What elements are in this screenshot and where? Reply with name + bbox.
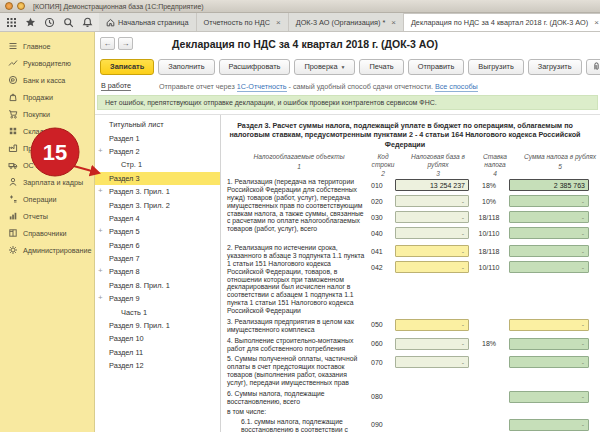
tax-amount-field[interactable]: - xyxy=(509,338,589,350)
tax-base-field[interactable]: - xyxy=(395,338,469,350)
tax-base-field[interactable]: - xyxy=(395,356,469,368)
sidebar-item-truck[interactable]: ОС и НМА xyxy=(0,157,94,174)
sidebar-item-operations[interactable]: Операции xyxy=(0,191,94,208)
sidebar-item-gear[interactable]: Администрирование xyxy=(0,242,94,259)
status-state-link[interactable]: В работе xyxy=(101,81,131,91)
section-item[interactable]: Раздел 11 xyxy=(95,346,220,359)
tab-3[interactable]: ДОК-3 АО (Организация) *× xyxy=(289,13,404,31)
tax-amount: - xyxy=(509,356,589,368)
row-code: 042 xyxy=(371,264,395,271)
tax-amount-field[interactable]: - xyxy=(509,211,589,223)
sidebar-item-label: Главное xyxy=(23,42,50,51)
tax-amount-field[interactable]: - xyxy=(509,195,589,207)
tax-base-field[interactable]: - xyxy=(395,261,469,273)
section-item[interactable]: Раздел 8. Прил. 1 xyxy=(95,279,220,292)
tax-amount-field[interactable]: - xyxy=(509,356,589,368)
sidebar-item-menu[interactable]: Главное xyxy=(0,38,94,55)
tax-base-field[interactable]: - xyxy=(395,245,469,257)
search-icon[interactable] xyxy=(62,16,74,28)
tab-close-icon[interactable]: × xyxy=(594,18,599,27)
tax-base-field[interactable]: - xyxy=(395,319,469,331)
attachment-button[interactable] xyxy=(586,59,600,75)
toolbar-button-расшифровать[interactable]: Расшифровать xyxy=(219,59,291,75)
tax-amount-field[interactable]: - xyxy=(509,227,589,239)
tab-1[interactable]: Начальная страница xyxy=(99,13,197,31)
section-item-label: Раздел 8. Прил. 1 xyxy=(109,281,170,290)
section-item[interactable]: Раздел 1 xyxy=(95,131,220,144)
sidebar-item-label: Продажи xyxy=(23,93,53,102)
expand-icon[interactable]: + xyxy=(98,266,103,275)
toolbar-button-label: Печать xyxy=(369,62,393,71)
cart-icon xyxy=(8,109,18,121)
tax-base-field[interactable]: - xyxy=(395,227,469,239)
link-all-methods[interactable]: Все способы xyxy=(435,82,478,92)
toolbar-button-печать[interactable]: Печать xyxy=(359,59,403,75)
back-button[interactable]: ← xyxy=(100,37,115,50)
toolbar-button-заполнить[interactable]: Заполнить xyxy=(158,59,214,75)
tax-amount-field[interactable]: - xyxy=(509,419,589,431)
tax-amount-field[interactable]: - xyxy=(509,319,589,331)
history-clock-icon[interactable] xyxy=(43,16,55,28)
section-item[interactable]: Раздел 6 xyxy=(95,239,220,252)
tab-4[interactable]: Декларация по НДС за 4 квартал 2018 г. (… xyxy=(404,13,600,31)
sections-panel: Титульный листРаздел 1+Раздел 2Стр. 1Раз… xyxy=(95,115,221,432)
section-item-label: Раздел 5 xyxy=(109,227,140,236)
toolbar-button-загрузить[interactable]: Загрузить xyxy=(528,59,582,75)
tax-base-field[interactable]: 13 254 237 xyxy=(395,179,469,191)
sidebar-item-person[interactable]: Зарплата и кадры xyxy=(0,174,94,191)
tax-base-field[interactable]: - xyxy=(395,195,469,207)
window-settings-icon[interactable] xyxy=(17,2,25,10)
tab-2[interactable]: Отчетность по НДС× xyxy=(197,13,289,31)
sidebar-item-bank[interactable]: Банк и касса xyxy=(0,72,94,89)
section-item[interactable]: Раздел 9. Прил. 1 xyxy=(95,319,220,332)
notifications-bell-icon[interactable] xyxy=(81,16,93,28)
section-item[interactable]: +Раздел 2 xyxy=(95,145,220,158)
save-button[interactable]: Записать xyxy=(100,59,154,75)
section-item[interactable]: Раздел 3. Прил. 2 xyxy=(95,198,220,211)
section-item[interactable]: Часть 1 xyxy=(95,305,220,318)
sidebar-item-book[interactable]: Справочники xyxy=(0,225,94,242)
status-row: В работе Отправьте отчет через 1С-Отчетн… xyxy=(95,78,600,94)
section-item[interactable]: +Раздел 3. Прил. 1 xyxy=(95,185,220,198)
tax-amount-field[interactable]: 2 385 763 xyxy=(509,179,589,191)
expand-icon[interactable]: + xyxy=(98,293,103,302)
section-item[interactable]: Титульный лист xyxy=(95,118,220,131)
section-item[interactable]: Раздел 7 xyxy=(95,252,220,265)
tax-amount-field[interactable]: - xyxy=(509,245,589,257)
sidebar-item-sales[interactable]: Продажи xyxy=(0,89,94,106)
column-header-label: Налоговая база в рублях xyxy=(403,153,473,168)
tax-amount-field[interactable]: - xyxy=(509,261,589,273)
tax-base: - xyxy=(395,356,469,368)
sidebar-item-reports[interactable]: Отчеты xyxy=(0,208,94,225)
expand-icon[interactable]: + xyxy=(98,226,103,235)
toolbar-button-выгрузить[interactable]: Выгрузить xyxy=(468,59,523,75)
tax-base-field[interactable]: - xyxy=(395,211,469,223)
window-menu-icon[interactable] xyxy=(5,2,13,10)
section-item[interactable]: Раздел 3 xyxy=(95,172,220,185)
sidebar-item-production[interactable]: Производство xyxy=(0,140,94,157)
toolbar-button-отправить[interactable]: Отправить xyxy=(408,59,465,75)
row-code: 050 xyxy=(371,321,395,328)
favorites-star-icon[interactable] xyxy=(24,16,36,28)
tax-amount-field[interactable]: - xyxy=(509,391,589,403)
section-item-label: Раздел 1 xyxy=(109,134,140,143)
sidebar-item-trend[interactable]: Руководителю xyxy=(0,55,94,72)
menu-grid-icon[interactable] xyxy=(5,16,17,28)
link-1c-reporting[interactable]: 1С-Отчетность xyxy=(237,82,287,92)
forward-button[interactable]: → xyxy=(118,37,133,50)
section-item[interactable]: +Раздел 9 xyxy=(95,292,220,305)
content-area: ← → Декларация по НДС за 4 квартал 2018 … xyxy=(95,32,600,432)
tab-close-icon[interactable]: × xyxy=(391,18,396,27)
section-item[interactable]: Раздел 10 xyxy=(95,332,220,345)
section-item[interactable]: Стр. 1 xyxy=(95,158,220,171)
toolbar-button-проверка[interactable]: Проверка▼ xyxy=(294,59,355,75)
section-item[interactable]: +Раздел 5 xyxy=(95,225,220,238)
sidebar-item-cart[interactable]: Покупки xyxy=(0,106,94,123)
expand-icon[interactable]: + xyxy=(98,186,103,195)
expand-icon[interactable]: + xyxy=(98,146,103,155)
section-item[interactable]: Раздел 4 xyxy=(95,212,220,225)
sidebar-item-warehouse[interactable]: Склад xyxy=(0,123,94,140)
section-item[interactable]: Раздел 12 xyxy=(95,359,220,372)
tab-close-icon[interactable]: × xyxy=(276,18,281,27)
section-item[interactable]: +Раздел 8 xyxy=(95,265,220,278)
